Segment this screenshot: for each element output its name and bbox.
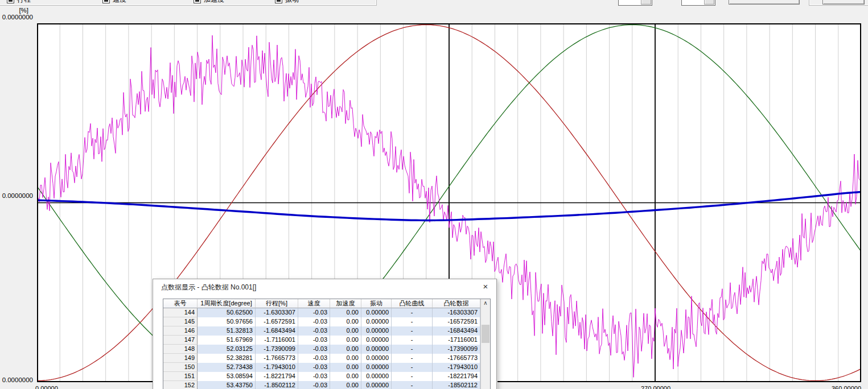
table-row[interactable]: 15253.43750-1.8502112-0.030.000.00000--1… (163, 381, 480, 389)
data-cell: -17943010 (433, 363, 480, 372)
spin-down-button-1[interactable] (641, 0, 651, 5)
data-cell: -1.6843494 (256, 326, 298, 336)
top-wide-button[interactable] (729, 0, 800, 5)
data-cell: -0.03 (298, 345, 330, 354)
velocity-checkbox-label: 速度 (113, 0, 126, 5)
top-right-button[interactable] (822, 0, 865, 5)
table-row[interactable]: 14852.03125-1.7390099-0.030.000.00000--1… (163, 345, 480, 354)
row-number-cell: 146 (163, 326, 198, 336)
data-cell: 0.00 (330, 308, 361, 317)
table-row[interactable]: 15052.73438-1.7943010-0.030.000.00000--1… (163, 363, 480, 372)
data-cell: -1.8221794 (256, 372, 298, 381)
data-cell: -0.03 (298, 363, 330, 372)
table-row[interactable]: 15153.08594-1.8221794-0.030.000.00000--1… (163, 372, 480, 381)
table-row[interactable]: 14550.97656-1.6572591-0.030.000.00000--1… (163, 317, 480, 326)
data-cell: - (392, 354, 433, 363)
y-axis-tick-top: 0.0000000 (0, 14, 33, 20)
dialog-title: 点数据显示 - 凸轮数据 No.001[] (161, 283, 256, 292)
scrollbar-thumb[interactable] (482, 325, 489, 343)
data-cell: -16843494 (433, 326, 480, 336)
spin-down-button-2[interactable] (704, 0, 714, 5)
column-header[interactable]: 表号 (163, 299, 198, 308)
y-axis-tick-middle: 0.0000000 (0, 192, 33, 199)
data-cell: 0.00 (330, 381, 361, 389)
table-row[interactable]: 14651.32813-1.6843494-0.030.000.00000--1… (163, 326, 480, 336)
table-row[interactable]: 14450.62500-1.6303307-0.030.000.00000--1… (163, 308, 480, 317)
data-cell: - (392, 381, 433, 389)
x-axis-tick-left: 0.00000 (35, 385, 58, 389)
y-axis-tick-bottom: 0.0000000 (0, 376, 33, 383)
data-cell: -0.03 (298, 336, 330, 345)
data-cell: 0.00000 (361, 354, 392, 363)
data-cell: - (392, 308, 433, 317)
data-cell: -0.03 (298, 372, 330, 381)
data-cell: 0.00000 (361, 317, 392, 326)
data-cell: - (392, 326, 433, 336)
data-cell: -18502112 (433, 381, 480, 389)
point-data-table: 表号1周期长度[degree]行程[%]速度加速度振动凸轮曲线凸轮数据14450… (163, 299, 491, 389)
data-cell: 0.00000 (361, 345, 392, 354)
data-cell: 0.00 (330, 336, 361, 345)
row-number-cell: 147 (163, 336, 198, 345)
data-cell: -17665773 (433, 354, 480, 363)
column-header[interactable]: 振动 (361, 299, 392, 308)
application-window: 行程 速度 加速度 振动 [%] 0.0000000 0.0000000 0.0… (0, 0, 868, 389)
row-number-cell: 145 (163, 317, 198, 326)
data-cell: -0.03 (298, 317, 330, 326)
data-cell: 50.97656 (198, 317, 256, 326)
table-row[interactable]: 14952.38281-1.7665773-0.030.000.00000--1… (163, 354, 480, 363)
vibration-checkbox[interactable] (275, 0, 282, 3)
row-number-cell: 144 (163, 308, 198, 317)
column-header[interactable]: 速度 (298, 299, 330, 308)
data-cell: -0.03 (298, 326, 330, 336)
data-cell: - (392, 336, 433, 345)
data-cell: -16572591 (433, 317, 480, 326)
stroke-checkbox[interactable] (7, 0, 14, 3)
acceleration-checkbox-label: 加速度 (204, 0, 224, 5)
data-cell: 0.00 (330, 326, 361, 336)
x-axis-tick-right: 360.00000 (832, 385, 861, 389)
table-row[interactable]: 14751.67969-1.7116001-0.030.000.00000--1… (163, 336, 480, 345)
row-number-cell: 148 (163, 345, 198, 354)
data-cell: -1.6303307 (256, 308, 298, 317)
data-cell: 0.00000 (361, 363, 392, 372)
data-cell: 0.00000 (361, 336, 392, 345)
column-header[interactable]: 1周期长度[degree] (198, 299, 256, 308)
data-cell: 53.08594 (198, 372, 256, 381)
vibration-checkbox-label: 振动 (285, 0, 299, 5)
axis-spinbox-1[interactable] (618, 0, 652, 6)
axis-spinbox-2[interactable] (681, 0, 715, 6)
velocity-checkbox[interactable] (102, 0, 110, 3)
data-cell: 51.32813 (198, 326, 256, 336)
column-header[interactable]: 凸轮曲线 (392, 299, 433, 308)
column-header[interactable]: 加速度 (330, 299, 361, 308)
data-cell: -1.7116001 (256, 336, 298, 345)
data-cell: 0.00000 (361, 308, 392, 317)
column-header[interactable]: 行程[%] (256, 299, 298, 308)
data-cell: 0.00 (330, 345, 361, 354)
data-cell: 0.00 (330, 354, 361, 363)
row-number-cell: 151 (163, 372, 198, 381)
data-cell: 0.00 (330, 363, 361, 372)
data-cell: - (392, 317, 433, 326)
data-cell: 52.38281 (198, 354, 256, 363)
dialog-titlebar[interactable]: 点数据显示 - 凸轮数据 No.001[] × (153, 279, 496, 294)
close-icon[interactable]: × (478, 280, 493, 293)
x-axis-tick-270: 270.00000 (641, 385, 670, 389)
data-cell: -16303307 (433, 308, 480, 317)
data-cell: - (392, 372, 433, 381)
data-cell: 0.00000 (361, 381, 392, 389)
data-cell: 51.67969 (198, 336, 256, 345)
data-cell: 52.73438 (198, 363, 256, 372)
row-number-cell: 150 (163, 363, 198, 372)
scrollbar-up-icon[interactable]: ∧ (481, 299, 490, 308)
data-cell: 0.00 (330, 317, 361, 326)
data-cell: -17390099 (433, 345, 480, 354)
acceleration-checkbox[interactable] (194, 0, 201, 3)
data-cell: 0.00000 (361, 326, 392, 336)
data-cell: -0.03 (298, 354, 330, 363)
vertical-scrollbar[interactable]: ∧ (480, 299, 490, 389)
data-cell: -1.6572591 (256, 317, 298, 326)
column-header[interactable]: 凸轮数据 (433, 299, 480, 308)
data-cell: 50.62500 (198, 308, 256, 317)
